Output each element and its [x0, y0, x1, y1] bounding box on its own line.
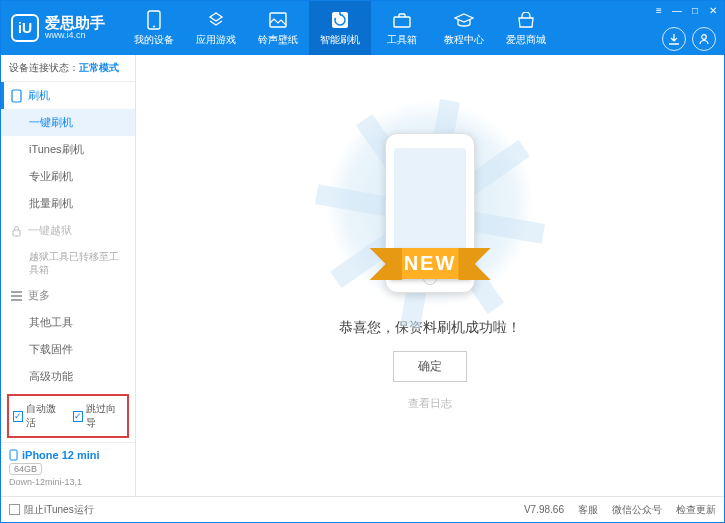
title-bar: iU 爱思助手 www.i4.cn 我的设备 应用游戏 铃声壁纸 智能刷机 工具… [1, 1, 724, 55]
tab-apps-games[interactable]: 应用游戏 [185, 1, 247, 55]
section-flash[interactable]: 刷机 [1, 82, 135, 109]
tab-smart-flash[interactable]: 智能刷机 [309, 1, 371, 55]
unchecked-icon [9, 504, 20, 515]
svg-point-1 [153, 25, 155, 27]
section-more[interactable]: 更多 [1, 282, 135, 309]
minimize-button[interactable]: — [670, 3, 684, 17]
tab-toolbox[interactable]: 工具箱 [371, 1, 433, 55]
device-block[interactable]: iPhone 12 mini 64GB Down-12mini-13,1 [1, 442, 135, 493]
phone-tiny-icon [9, 449, 18, 461]
logo-icon: iU [11, 14, 39, 42]
sidebar-item-batch-flash[interactable]: 批量刷机 [1, 190, 135, 217]
window-controls: ≡ — □ ✕ [652, 3, 720, 17]
phone-illustration: NEW [345, 123, 515, 303]
tab-store[interactable]: 爱思商城 [495, 1, 557, 55]
tab-tutorials[interactable]: 教程中心 [433, 1, 495, 55]
section-jailbreak: 一键越狱 [1, 217, 135, 244]
hat-icon [454, 10, 474, 30]
sidebar-item-download-firmware[interactable]: 下载固件 [1, 336, 135, 363]
check-icon: ✓ [13, 411, 23, 422]
wechat-link[interactable]: 微信公众号 [612, 503, 662, 517]
checkbox-auto-activate[interactable]: ✓自动激活 [13, 402, 63, 430]
lock-icon [11, 225, 22, 237]
connection-status: 设备连接状态：正常模式 [1, 55, 135, 82]
sidebar-item-one-click-flash[interactable]: 一键刷机 [1, 109, 135, 136]
download-icon[interactable] [662, 27, 686, 51]
body: 设备连接状态：正常模式 刷机 一键刷机 iTunes刷机 专业刷机 批量刷机 一… [1, 55, 724, 496]
list-icon [11, 291, 22, 301]
check-update-link[interactable]: 检查更新 [676, 503, 716, 517]
refresh-icon [330, 10, 350, 30]
jailbreak-note: 越狱工具已转移至工具箱 [1, 244, 135, 282]
svg-rect-6 [12, 90, 21, 102]
phone-icon [144, 10, 164, 30]
menu-button[interactable]: ≡ [652, 3, 666, 17]
apps-icon [206, 10, 226, 30]
sidebar: 设备连接状态：正常模式 刷机 一键刷机 iTunes刷机 专业刷机 批量刷机 一… [1, 55, 136, 496]
logo-block: iU 爱思助手 www.i4.cn [1, 14, 115, 42]
option-checkrow: ✓自动激活 ✓跳过向导 [7, 394, 129, 438]
tab-ringtones-wallpapers[interactable]: 铃声壁纸 [247, 1, 309, 55]
phone-small-icon [11, 89, 22, 103]
checkbox-block-itunes[interactable]: 阻止iTunes运行 [9, 503, 94, 517]
device-storage: 64GB [9, 463, 42, 475]
svg-rect-4 [394, 17, 410, 27]
success-message: 恭喜您，保资料刷机成功啦！ [339, 319, 521, 337]
sidebar-item-other-tools[interactable]: 其他工具 [1, 309, 135, 336]
svg-rect-8 [10, 450, 17, 460]
device-detail: Down-12mini-13,1 [9, 477, 127, 487]
close-button[interactable]: ✕ [706, 3, 720, 17]
user-icon[interactable] [692, 27, 716, 51]
app-window: iU 爱思助手 www.i4.cn 我的设备 应用游戏 铃声壁纸 智能刷机 工具… [0, 0, 725, 523]
tab-my-device[interactable]: 我的设备 [123, 1, 185, 55]
device-name: iPhone 12 mini [9, 449, 127, 461]
view-log-link[interactable]: 查看日志 [408, 396, 452, 411]
nav-tabs: 我的设备 应用游戏 铃声壁纸 智能刷机 工具箱 教程中心 爱思商城 [123, 1, 557, 55]
status-value: 正常模式 [79, 62, 119, 73]
sidebar-item-advanced[interactable]: 高级功能 [1, 363, 135, 390]
store-icon [516, 10, 536, 30]
brand-url: www.i4.cn [45, 31, 105, 41]
support-link[interactable]: 客服 [578, 503, 598, 517]
maximize-button[interactable]: □ [688, 3, 702, 17]
svg-rect-7 [13, 230, 20, 236]
toolbox-icon [392, 10, 412, 30]
sidebar-item-pro-flash[interactable]: 专业刷机 [1, 163, 135, 190]
ok-button[interactable]: 确定 [393, 351, 467, 382]
sidebar-item-itunes-flash[interactable]: iTunes刷机 [1, 136, 135, 163]
new-ribbon: NEW [390, 248, 471, 279]
title-circle-buttons [662, 27, 716, 51]
svg-point-5 [702, 35, 707, 40]
wallpaper-icon [268, 10, 288, 30]
main-panel: NEW 恭喜您，保资料刷机成功啦！ 确定 查看日志 [136, 55, 724, 496]
version-label: V7.98.66 [524, 504, 564, 515]
check-icon: ✓ [73, 411, 83, 422]
checkbox-skip-guide[interactable]: ✓跳过向导 [73, 402, 123, 430]
brand-name: 爱思助手 [45, 15, 105, 32]
status-bar: 阻止iTunes运行 V7.98.66 客服 微信公众号 检查更新 [1, 496, 724, 522]
